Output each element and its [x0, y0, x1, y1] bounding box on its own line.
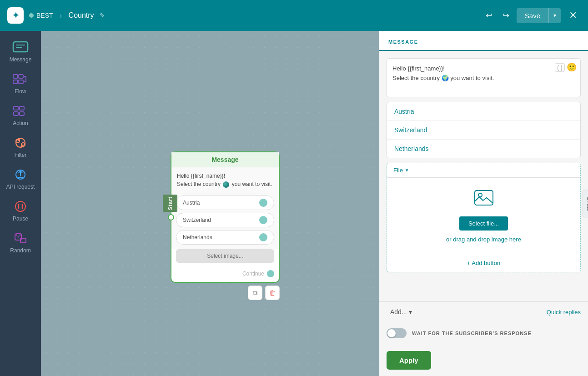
sidebar-flow-label: Flow [15, 88, 26, 95]
start-badge: Start [163, 195, 177, 212]
message-textarea[interactable]: Hello {{first_name}}! Select the country… [387, 59, 580, 95]
svg-rect-13 [20, 106, 24, 110]
svg-point-30 [16, 235, 17, 236]
main-layout: Message Flow [0, 31, 588, 376]
reply-switzerland[interactable]: Switzerland [176, 213, 274, 227]
sidebar-api-label: API request [6, 184, 35, 190]
svg-point-31 [18, 236, 19, 238]
flow-icon [12, 73, 29, 85]
quick-replies-link[interactable]: Quick replies [547, 309, 581, 316]
close-button[interactable]: ✕ [565, 8, 581, 23]
add-button-row[interactable]: + Add button [387, 254, 580, 272]
sidebar-item-action[interactable]: Action [3, 100, 38, 130]
svg-point-26 [15, 201, 25, 211]
chats-tab[interactable]: Chats [582, 190, 588, 217]
reply-dot-austria [259, 199, 267, 207]
delete-node-button[interactable]: 🗑 [265, 286, 280, 300]
svg-point-32 [20, 235, 21, 236]
reply-netherlands[interactable]: Netherlands [176, 230, 274, 245]
reply-dot-netherlands [259, 233, 267, 241]
globe-emoji [223, 181, 229, 188]
apply-section: Apply [379, 345, 588, 376]
action-icon [12, 105, 29, 117]
filter-icon [12, 136, 29, 149]
node-continue: Continue [171, 267, 279, 282]
copy-node-button[interactable]: ⧉ [248, 286, 262, 300]
qr-item-switzerland[interactable]: Switzerland [387, 121, 580, 140]
node-body: Hello {{first_name}}! Select the country… [171, 167, 279, 193]
message-icon [12, 41, 29, 54]
node-body-line1: Hello {{first_name}}! [177, 173, 225, 179]
right-panel: MESSAGE Hello {{first_name}}! Select the… [379, 31, 588, 376]
wait-label: WAIT FOR THE SUBSCRIBER'S RESPONSE [412, 331, 532, 336]
node-body-line3: you want to visit. [232, 181, 272, 187]
sidebar-action-label: Action [13, 120, 28, 126]
file-dropdown[interactable]: File ▾ [387, 163, 580, 178]
node-body-line2: Select the country [177, 181, 221, 187]
sidebar-item-random[interactable]: Random [3, 227, 38, 257]
continue-dot [267, 270, 274, 277]
sidebar-item-api[interactable]: API request [3, 164, 38, 194]
apply-button[interactable]: Apply [387, 351, 431, 370]
canvas: Message Hello {{first_name}}! Select the… [41, 31, 379, 376]
sidebar: Message Flow [0, 31, 41, 376]
svg-rect-6 [19, 80, 23, 84]
reply-dot-switzerland [259, 216, 267, 224]
message-textarea-container: Hello {{first_name}}! Select the country… [387, 58, 581, 97]
select-file-button[interactable]: Select file... [459, 216, 508, 231]
svg-rect-12 [14, 106, 18, 110]
svg-point-35 [478, 193, 482, 197]
topbar-actions: ↩ ↪ Save ▾ ✕ [483, 8, 581, 23]
sidebar-filter-label: Filter [15, 152, 27, 158]
save-dropdown-button[interactable]: ▾ [549, 9, 561, 22]
svg-rect-34 [475, 191, 493, 205]
undo-button[interactable]: ↩ [483, 8, 495, 23]
svg-rect-4 [19, 75, 23, 78]
file-label: File [393, 167, 403, 174]
svg-rect-5 [13, 80, 18, 84]
reply-austria[interactable]: Austria [176, 196, 274, 210]
toggle-knob [387, 329, 396, 337]
emoji-icon[interactable]: 🙂 [567, 62, 577, 72]
add-dropdown-button[interactable]: Add... ▾ [387, 306, 416, 317]
sidebar-pause-label: Pause [13, 216, 28, 222]
save-button[interactable]: Save [517, 8, 549, 23]
add-chevron-icon: ▾ [409, 308, 412, 316]
select-image-button[interactable]: Select image... [176, 249, 274, 263]
message-node-card[interactable]: Message Hello {{first_name}}! Select the… [171, 151, 280, 283]
project-indicator: BEST [29, 12, 53, 19]
project-dot [29, 13, 34, 18]
quick-replies-list: Austria Switzerland Netherlands [387, 102, 581, 158]
panel-title: MESSAGE [388, 39, 418, 45]
svg-rect-14 [14, 112, 18, 115]
node-actions: ⧉ 🗑 [248, 286, 280, 300]
pause-icon [12, 200, 29, 213]
panel-bottom-bar: Add... ▾ Quick replies [379, 301, 588, 322]
sidebar-item-flow[interactable]: Flow [3, 68, 38, 98]
wait-toggle[interactable] [387, 328, 407, 338]
file-chevron-icon: ▾ [406, 167, 408, 173]
app-logo[interactable]: ✦ [7, 7, 24, 24]
textarea-icons: { } 🙂 [555, 62, 577, 72]
save-group: Save ▾ [517, 8, 561, 23]
redo-button[interactable]: ↪ [500, 8, 512, 23]
image-upload-icon [473, 189, 495, 211]
variable-icon[interactable]: { } [555, 63, 565, 72]
qr-item-netherlands[interactable]: Netherlands [387, 140, 580, 158]
sidebar-item-message[interactable]: Message [3, 36, 38, 66]
sidebar-message-label: Message [10, 56, 32, 63]
wait-section: WAIT FOR THE SUBSCRIBER'S RESPONSE [379, 322, 588, 345]
file-area-body: Select file... or drag and drop image he… [387, 178, 580, 254]
node-replies: Austria Switzerland Netherlands [171, 193, 279, 249]
edit-icon[interactable]: ✎ [100, 12, 105, 19]
random-icon [12, 232, 29, 245]
svg-rect-3 [13, 75, 18, 78]
panel-content: Hello {{first_name}}! Select the country… [379, 51, 588, 301]
sidebar-item-filter[interactable]: Filter [3, 132, 38, 162]
api-icon [12, 168, 29, 181]
sidebar-item-pause[interactable]: Pause [3, 196, 38, 226]
breadcrumb-separator: › [60, 11, 62, 20]
qr-item-austria[interactable]: Austria [387, 102, 580, 121]
project-name: BEST [36, 12, 53, 19]
sidebar-random-label: Random [10, 247, 30, 254]
